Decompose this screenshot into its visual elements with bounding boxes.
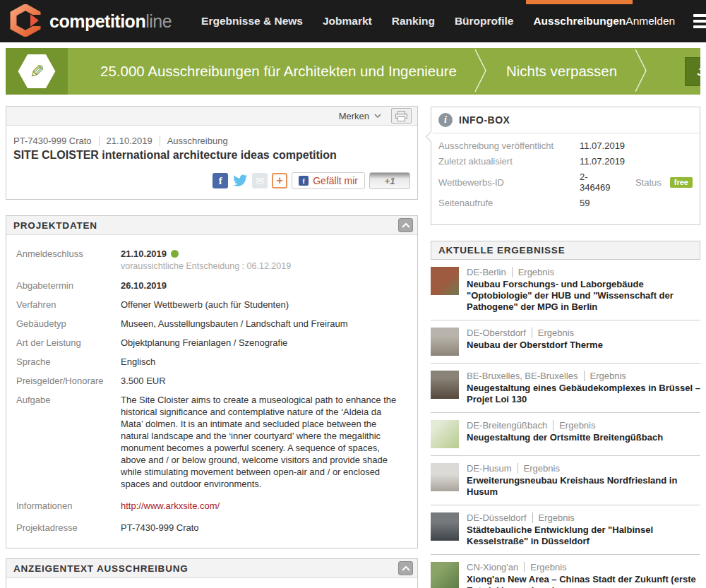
article-header-box: Merken PT-7430-999 Crato 21.10.2019 Auss… (6, 106, 418, 200)
competitionline-logo-icon (10, 4, 41, 39)
status-label: Status (635, 177, 662, 188)
result-type: Ergebnis (584, 371, 626, 381)
nav-menu: Ergebnisse & News Jobmarkt Ranking Bürop… (201, 15, 626, 28)
projektdaten-body: Anmeldeschluss 21.10.2019 voraussichtlic… (6, 235, 417, 548)
result-item[interactable]: DE-OberstdorfErgebnis Neubau der Oberstd… (431, 320, 700, 364)
printer-icon (395, 111, 407, 121)
twitter-share-button[interactable] (232, 173, 248, 188)
projektdaten-section: PROJEKTDATEN Anmeldeschluss 21.10.2019 v… (6, 215, 418, 548)
hexagon-pencil-icon: ✎ (18, 54, 56, 89)
result-location: CN-Xiong'an (467, 562, 518, 572)
login-link[interactable]: Anmelden (626, 15, 675, 28)
chevron-separator-icon (474, 49, 489, 95)
result-thumbnail (431, 463, 459, 491)
chevron-separator-icon (634, 49, 650, 95)
result-item[interactable]: DE-BreitengüßbachErgebnis Neugestaltung … (431, 413, 700, 456)
twitter-bird-icon (232, 173, 248, 188)
field-row-verfahren: Verfahren Offener Wettbewerb (auch für S… (16, 299, 406, 311)
nav-item-bueroprofile[interactable]: Büroprofile (455, 15, 514, 28)
result-type: Ergebnis (532, 512, 575, 523)
page-title: SITE CLOISTER international architecture… (13, 149, 410, 162)
aktuelle-ergebnisse-header: AKTUELLE ERGEBNISSE (431, 241, 700, 260)
result-type: Ergebnis (517, 463, 560, 474)
google-plusone-button[interactable]: +1 (369, 172, 410, 189)
result-item[interactable]: DE-BerlinErgebnis Neubau Forschungs- und… (431, 260, 700, 320)
nav-item-ergebnisse-news[interactable]: Ergebnisse & News (201, 15, 303, 28)
email-share-button[interactable]: ✉ (252, 173, 268, 188)
article-toolbar: Merken (6, 107, 417, 126)
article-body: PT-7430-999 Crato 21.10.2019 Ausschreibu… (6, 126, 417, 199)
promo-banner[interactable]: ✎ 25.000 Ausschreibungen für Architekten… (6, 48, 700, 95)
info-icon: i (438, 113, 453, 127)
result-title: Erweiterungsneubau Kreishaus Nordfriesla… (467, 475, 700, 498)
facebook-share-button[interactable]: f (213, 173, 228, 188)
article-meta: PT-7430-999 Crato 21.10.2019 Ausschreibu… (13, 136, 410, 146)
banner-tagline: Nichts verpassen (506, 63, 617, 80)
brand-logo[interactable]: competitionline (10, 4, 172, 39)
field-row-gebaeudetyp: Gebäudetyp Museen, Ausstellungsbauten / … (16, 318, 406, 330)
nav-item-ranking[interactable]: Ranking (392, 15, 435, 28)
main-content: Merken PT-7430-999 Crato 21.10.2019 Auss… (0, 100, 706, 588)
status-dot-icon (171, 250, 179, 258)
result-item[interactable]: DE-HusumErgebnis Erweiterungsneubau Krei… (431, 456, 700, 505)
info-row-aktualisiert: Zuletzt aktualisiert 11.07.2019 (438, 156, 693, 167)
hamburger-menu-icon[interactable] (693, 11, 706, 31)
collapse-button[interactable] (398, 561, 413, 575)
merken-dropdown[interactable]: Merken (339, 111, 381, 121)
more-share-button[interactable]: + (272, 173, 287, 188)
facebook-like-button[interactable]: f Gefällt mir (292, 172, 365, 189)
result-title: Städtebauliche Entwicklung der "Halbinse… (467, 524, 700, 547)
collapse-button[interactable] (398, 218, 413, 232)
result-location: DE-Berlin (467, 267, 506, 277)
aktuelle-ergebnisse-section: AKTUELLE ERGEBNISSE DE-BerlinErgebnis Ne… (431, 241, 700, 588)
result-type: Ergebnis (553, 420, 595, 431)
field-row-anmeldeschluss: Anmeldeschluss 21.10.2019 voraussichtlic… (16, 248, 406, 272)
chevron-up-icon (402, 566, 410, 571)
nav-item-jobmarkt[interactable]: Jobmarkt (323, 15, 372, 28)
result-thumbnail (431, 562, 459, 588)
info-box: i INFO-BOX Ausschreibung veröffentlicht … (431, 107, 700, 225)
result-thumbnail (431, 371, 459, 399)
result-thumbnail (431, 328, 459, 356)
result-thumbnail (431, 420, 459, 448)
left-column: Merken PT-7430-999 Crato 21.10.2019 Auss… (6, 100, 418, 588)
field-row-informationen: Informationen http://www.arkxsite.com/ (16, 500, 406, 512)
result-type: Ergebnis (524, 562, 566, 572)
result-thumbnail (431, 267, 459, 295)
result-title: Neugestaltung eines Gebäudekomplexes in … (467, 383, 700, 405)
info-box-header: i INFO-BOX (431, 107, 700, 133)
anmeldeschluss-date: 21.10.2019 (121, 248, 167, 259)
result-title: Neubau Forschungs- und Laborgebäude "Opt… (467, 279, 700, 313)
nav-item-ausschreibungen[interactable]: Ausschreibungen (533, 15, 626, 28)
result-type: Ergebnis (512, 267, 554, 277)
result-title: Neugestaltung der Ortsmitte Breitengüßba… (467, 432, 663, 443)
result-title: Neubau der Oberstdorf Therme (467, 340, 603, 351)
anzeigentext-section: ANZEIGENTEXT AUSSCHREIBUNG Liegt nicht v… (6, 558, 418, 588)
project-type: Ausschreibung (160, 136, 228, 146)
result-type: Ergebnis (532, 328, 574, 338)
info-row-veroeffentlicht: Ausschreibung veröffentlicht 11.07.2019 (438, 140, 693, 151)
result-location: BE-Bruxelles, BE-Bruxelles (467, 371, 578, 381)
top-navigation-bar: competitionline Ergebnisse & News Jobmar… (0, 0, 706, 42)
aufgabe-text: The Site Cloister aims to create a museo… (121, 394, 406, 490)
anzeigentext-body: Liegt nicht vor. (6, 578, 417, 588)
external-website-link[interactable]: http://www.arkxsite.com/ (121, 500, 220, 511)
field-row-projektadresse: Projektadresse PT-7430-999 Crato (16, 522, 406, 534)
chevron-down-icon (374, 114, 381, 118)
result-item[interactable]: DE-DüsseldorfErgebnis Städtebauliche Ent… (431, 505, 700, 555)
result-thumbnail (431, 512, 459, 541)
field-row-preisgelder: Preisgelder/Honorare 3.500 EUR (16, 375, 406, 387)
result-item[interactable]: BE-Bruxelles, BE-BruxellesErgebnis Neuge… (431, 364, 700, 413)
result-location: DE-Düsseldorf (467, 512, 527, 523)
result-title: Xiong'an New Area – Chinas Stadt der Zuk… (467, 574, 700, 588)
result-location: DE-Husum (467, 463, 512, 474)
info-row-wettbewerbs-id: Wettbewerbs-ID 2-346469 Status free (438, 172, 693, 193)
info-row-seitenaufrufe: Seitenaufrufe 59 (438, 198, 693, 208)
right-column: i INFO-BOX Ausschreibung veröffentlicht … (431, 100, 700, 588)
print-button[interactable] (391, 108, 412, 124)
jetzt-testen-button[interactable]: JETZT TESTEN (685, 57, 700, 86)
chevron-up-icon (402, 223, 410, 228)
result-location: DE-Breitengüßbach (467, 420, 547, 431)
projektdaten-header: PROJEKTDATEN (6, 216, 417, 235)
result-item[interactable]: CN-Xiong'anErgebnis Xiong'an New Area – … (431, 555, 700, 588)
